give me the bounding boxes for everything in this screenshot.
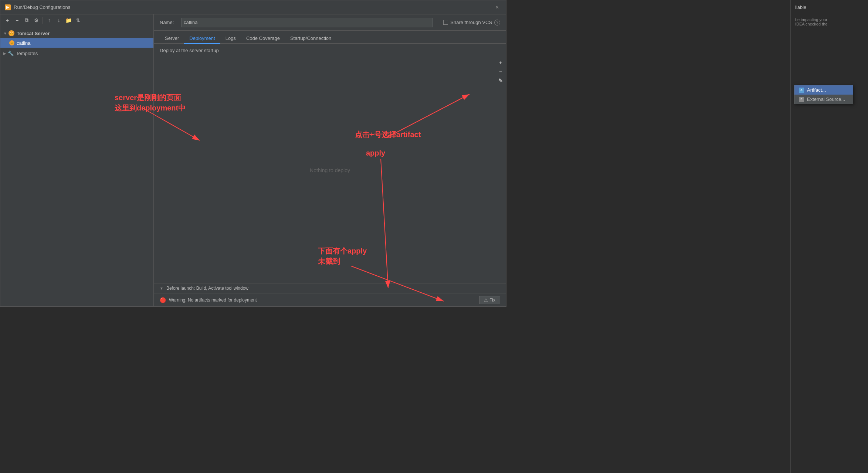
external-source-label: External Source...	[807, 96, 845, 102]
side-content-label: be impacting yourIDEA checked the	[791, 14, 868, 29]
expand-chevron: ▼	[3, 31, 7, 35]
copy-config-button[interactable]: ⧉	[23, 16, 31, 24]
nothing-to-deploy-label: Nothing to deploy	[154, 57, 506, 283]
external-source-icon: E	[799, 97, 804, 102]
tab-deployment[interactable]: Deployment	[184, 33, 220, 44]
vcs-row: Share through VCS ?	[443, 20, 500, 25]
tab-code-coverage[interactable]: Code Coverage	[241, 33, 285, 44]
tabs-bar: Server Deployment Logs Code Coverage Sta…	[154, 31, 506, 44]
dialog-body: + − ⧉ ⚙ ↑ ↓ 📁 ⇅ ▼ 🐱 Tomcat Server	[0, 14, 506, 306]
artifact-icon: A	[799, 88, 804, 93]
vcs-label: Share through VCS	[450, 20, 492, 25]
tomcat-server-group-item[interactable]: ▼ 🐱 Tomcat Server	[0, 28, 153, 38]
config-tree: ▼ 🐱 Tomcat Server 🐱 catlina ▶ 🔧 Template…	[0, 26, 153, 306]
artifact-label: Artifact...	[807, 87, 826, 93]
vcs-checkbox[interactable]	[443, 20, 448, 25]
warning-icon: 🔴	[160, 297, 166, 303]
templates-label: Templates	[16, 51, 38, 56]
deploy-add-button[interactable]: +	[496, 59, 505, 67]
add-config-button[interactable]: +	[3, 16, 11, 24]
tab-logs[interactable]: Logs	[220, 33, 241, 44]
run-debug-dialog: ▶ Run/Debug Configurations × + − ⧉ ⚙ ↑ ↓…	[0, 0, 506, 307]
tab-server[interactable]: Server	[160, 33, 184, 44]
help-icon[interactable]: ?	[494, 20, 500, 25]
settings-button[interactable]: ⚙	[32, 16, 40, 24]
fix-button[interactable]: ⚠ Fix	[479, 296, 500, 304]
templates-icon: 🔧	[8, 50, 14, 56]
title-bar-left: ▶ Run/Debug Configurations	[5, 4, 70, 10]
deploy-area: + − ✎ Nothing to deploy	[154, 57, 506, 283]
right-panel: Name: Share through VCS ? Server Deploym…	[154, 14, 506, 306]
right-side-panel: ilable be impacting yourIDEA checked the	[790, 0, 868, 473]
deploy-edit-button[interactable]: ✎	[496, 76, 505, 85]
catlina-icon: 🐱	[9, 40, 14, 45]
folder-button[interactable]: 📁	[64, 16, 72, 24]
deploy-startup-label: Deploy at the server startup	[154, 44, 506, 57]
side-available-label: ilable	[791, 0, 868, 14]
before-launch-label: Before launch: Build, Activate tool wind…	[166, 286, 248, 291]
fix-label: Fix	[489, 297, 495, 303]
name-row: Name: Share through VCS ?	[154, 14, 506, 31]
catlina-label: catlina	[17, 40, 31, 46]
catlina-item[interactable]: 🐱 catlina	[0, 38, 153, 48]
dropdown-item-external-source[interactable]: E External Source...	[794, 95, 853, 104]
left-panel: + − ⧉ ⚙ ↑ ↓ 📁 ⇅ ▼ 🐱 Tomcat Server	[0, 14, 154, 306]
before-launch-chevron: ▼	[160, 286, 163, 290]
app-icon: ▶	[5, 4, 11, 10]
left-toolbar: + − ⧉ ⚙ ↑ ↓ 📁 ⇅	[0, 14, 153, 26]
artifact-dropdown: A Artifact... E External Source...	[794, 85, 853, 104]
move-down-button[interactable]: ↓	[55, 16, 63, 24]
warning-bar: 🔴 Warning: No artifacts marked for deplo…	[154, 293, 506, 306]
toolbar-separator	[43, 17, 43, 24]
tab-startup-connection[interactable]: Startup/Connection	[285, 33, 336, 44]
deploy-remove-button[interactable]: −	[496, 68, 505, 76]
warning-text: Warning: No artifacts marked for deploym…	[169, 297, 476, 303]
tab-content-deployment: Deploy at the server startup + − ✎ Nothi…	[154, 44, 506, 306]
move-up-button[interactable]: ↑	[45, 16, 53, 24]
close-button[interactable]: ×	[493, 3, 502, 12]
templates-item[interactable]: ▶ 🔧 Templates	[0, 48, 153, 58]
deploy-right-toolbar: + − ✎	[495, 57, 506, 86]
tomcat-group-label: Tomcat Server	[17, 31, 50, 36]
name-input[interactable]	[181, 18, 433, 27]
fix-icon: ⚠	[484, 297, 488, 303]
sort-button[interactable]: ⇅	[74, 16, 82, 24]
templates-chevron: ▶	[3, 51, 6, 55]
before-launch-row: ▼ Before launch: Build, Activate tool wi…	[154, 283, 506, 293]
remove-config-button[interactable]: −	[13, 16, 21, 24]
bottom-area: ▼ Before launch: Build, Activate tool wi…	[154, 283, 506, 293]
dialog-title: Run/Debug Configurations	[14, 4, 70, 10]
name-label: Name:	[160, 20, 178, 25]
tomcat-icon: 🐱	[9, 30, 14, 36]
dropdown-item-artifact[interactable]: A Artifact...	[794, 85, 853, 95]
tomcat-server-group: ▼ 🐱 Tomcat Server 🐱 catlina	[0, 28, 153, 48]
title-bar: ▶ Run/Debug Configurations ×	[0, 0, 506, 14]
